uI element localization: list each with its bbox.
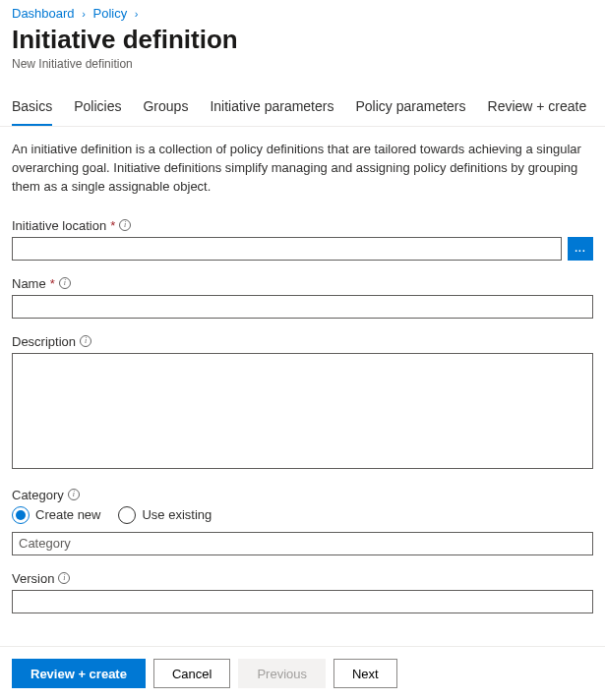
cancel-button[interactable]: Cancel: [153, 659, 230, 688]
radio-label: Use existing: [142, 507, 212, 522]
radio-use-existing[interactable]: Use existing: [118, 506, 212, 524]
radio-create-new[interactable]: Create new: [12, 506, 100, 524]
review-create-button[interactable]: Review + create: [12, 659, 146, 688]
field-label: Description i: [12, 334, 593, 349]
previous-button: Previous: [238, 659, 326, 688]
tab-review-create[interactable]: Review + create: [488, 98, 587, 126]
page-header: Initiative definition New Initiative def…: [0, 21, 605, 81]
tab-initiative-parameters[interactable]: Initiative parameters: [210, 98, 333, 126]
name-input[interactable]: [12, 295, 593, 319]
tab-basics[interactable]: Basics: [12, 98, 52, 126]
field-label: Initiative location * i: [12, 218, 593, 233]
tab-groups[interactable]: Groups: [143, 98, 188, 126]
radio-label: Create new: [35, 507, 100, 522]
field-label: Category i: [12, 488, 593, 502]
form-body: An initiative definition is a collection…: [0, 127, 605, 613]
radio-icon: [118, 506, 136, 524]
breadcrumb-separator-icon: ›: [135, 8, 139, 20]
field-description: Description i: [12, 334, 593, 472]
radio-icon: [12, 506, 30, 524]
label-text: Category: [12, 488, 64, 502]
required-indicator: *: [110, 218, 115, 233]
tab-policy-parameters[interactable]: Policy parameters: [355, 98, 465, 126]
footer-actions: Review + create Cancel Previous Next: [0, 646, 605, 700]
version-input[interactable]: [12, 590, 593, 613]
breadcrumb-dashboard[interactable]: Dashboard: [12, 6, 75, 21]
info-icon[interactable]: i: [80, 335, 91, 347]
label-text: Initiative location: [12, 218, 106, 233]
tab-bar: Basics Policies Groups Initiative parame…: [0, 81, 605, 127]
field-name: Name * i: [12, 276, 593, 319]
breadcrumb-separator-icon: ›: [82, 8, 86, 20]
field-initiative-location: Initiative location * i ...: [12, 218, 593, 261]
info-icon[interactable]: i: [58, 572, 70, 584]
page-subtitle: New Initiative definition: [12, 57, 593, 71]
label-text: Version: [12, 571, 54, 586]
field-version: Version i: [12, 571, 593, 613]
scope-picker-button[interactable]: ...: [568, 237, 593, 261]
label-text: Description: [12, 334, 76, 349]
field-label: Name * i: [12, 276, 593, 291]
info-icon[interactable]: i: [119, 219, 131, 231]
initiative-location-input[interactable]: [12, 237, 562, 261]
breadcrumb-policy[interactable]: Policy: [93, 6, 128, 21]
label-text: Name: [12, 276, 46, 291]
category-input[interactable]: [12, 532, 593, 555]
page-title: Initiative definition: [12, 25, 593, 55]
description-input[interactable]: [12, 353, 593, 469]
tab-policies[interactable]: Policies: [74, 98, 121, 126]
field-category: Category i Create new Use existing: [12, 488, 593, 555]
next-button[interactable]: Next: [333, 659, 397, 688]
required-indicator: *: [50, 276, 55, 291]
field-label: Version i: [12, 571, 593, 586]
info-icon[interactable]: i: [59, 277, 71, 289]
breadcrumb: Dashboard › Policy ›: [0, 0, 605, 21]
intro-text: An initiative definition is a collection…: [12, 141, 593, 197]
info-icon[interactable]: i: [68, 489, 80, 500]
